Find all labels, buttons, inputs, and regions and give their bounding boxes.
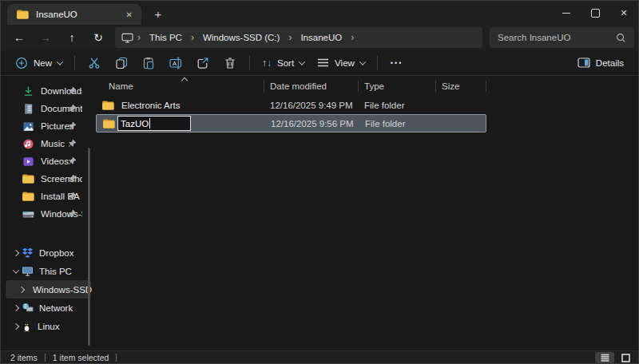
paste-button[interactable] (135, 53, 162, 73)
network-icon (22, 303, 34, 313)
sidebar-item-downloads[interactable]: Downloads (1, 82, 96, 100)
sort-button[interactable]: ↑↓ Sort (256, 53, 311, 73)
status-bar: 2 items 1 item selected (1, 350, 638, 363)
pin-icon[interactable] (68, 121, 77, 130)
more-options-button[interactable]: ••• (383, 55, 410, 71)
drive-icon (22, 209, 34, 220)
column-divider[interactable] (358, 81, 359, 92)
pin-icon[interactable] (68, 209, 77, 218)
rename-button[interactable]: A (162, 53, 189, 73)
column-divider[interactable] (264, 81, 264, 92)
rename-icon: A (169, 57, 182, 69)
large-icons-view-button[interactable] (616, 352, 635, 363)
downloads-icon (22, 85, 34, 97)
pin-icon[interactable] (68, 104, 77, 113)
selection-count: 1 item selected (53, 353, 109, 362)
dropbox-icon (22, 247, 34, 258)
breadcrumb-windows-ssd[interactable]: Windows-SSD (C:) (198, 31, 284, 44)
sidebar-item-videos[interactable]: Videos (1, 152, 96, 170)
back-button[interactable]: ← (9, 27, 30, 48)
pictures-icon (22, 121, 34, 133)
command-toolbar: New A (1, 50, 638, 76)
sidebar-item-this-pc[interactable]: This PC (6, 262, 91, 280)
status-divider (45, 354, 46, 362)
sidebar-item-music[interactable]: Music (1, 135, 96, 152)
breadcrumb-insaneuo[interactable]: InsaneUO (296, 31, 347, 44)
chevron-right-icon[interactable] (13, 304, 19, 311)
column-header-type[interactable]: Type (358, 81, 435, 91)
sidebar-item-documents[interactable]: Documents (1, 100, 96, 117)
music-icon (22, 138, 34, 150)
search-placeholder: Search InsaneUO (498, 33, 570, 42)
rename-text: TazUO (121, 119, 149, 129)
column-divider[interactable] (435, 81, 436, 92)
breadcrumb-this-pc[interactable]: This PC (145, 31, 187, 44)
file-row-tazuo[interactable]: TazUO 12/16/2025 9:56 PM File folder (96, 114, 486, 133)
pin-icon[interactable] (68, 156, 77, 165)
file-explorer-window: InsaneUO ✕ + ✕ ← → ↑ ↻ › This PC › Windo… (0, 0, 639, 364)
chevron-right-icon[interactable] (13, 249, 19, 255)
sidebar-item-network[interactable]: Network (6, 299, 91, 317)
column-header-date-modified[interactable]: Date modified (264, 81, 358, 91)
up-button[interactable]: ↑ (62, 27, 82, 48)
toolbar-divider (377, 56, 378, 70)
details-pane-button[interactable]: Details (571, 53, 630, 73)
explorer-tab[interactable]: InsaneUO ✕ (7, 4, 141, 25)
navigation-pane: Downloads Documents (1, 76, 96, 350)
pin-icon[interactable] (68, 174, 77, 183)
cut-button[interactable] (81, 53, 108, 73)
column-divider[interactable] (486, 81, 486, 92)
share-button[interactable] (189, 53, 216, 73)
search-icon (616, 33, 626, 43)
sidebar-item-install-ea[interactable]: Install EA (1, 188, 96, 205)
sidebar-item-pictures[interactable]: Pictures (1, 117, 96, 135)
tab-close-icon[interactable]: ✕ (122, 9, 137, 21)
sidebar-item-windows-ssd-pinned[interactable]: Windows-SSI (1, 205, 96, 223)
column-header-name[interactable]: Name (96, 81, 264, 91)
copy-button[interactable] (108, 53, 135, 73)
details-view-button[interactable] (595, 352, 614, 363)
address-bar[interactable]: › This PC › Windows-SSD (C:) › InsaneUO … (115, 27, 482, 48)
ellipsis-icon: ••• (391, 59, 403, 67)
view-list-icon (317, 57, 329, 68)
breadcrumb-separator: › (133, 32, 145, 43)
text-cursor (149, 118, 150, 129)
sidebar-scrollbar[interactable] (88, 148, 90, 346)
chevron-down-icon[interactable] (13, 267, 19, 273)
breadcrumb-separator: › (187, 32, 198, 43)
forward-button[interactable]: → (35, 27, 56, 48)
sidebar-item-dropbox[interactable]: Dropbox (6, 243, 91, 262)
delete-button[interactable] (216, 53, 244, 73)
file-date-cell: 12/16/2025 9:49 PM (264, 101, 358, 110)
main-area: Downloads Documents (1, 76, 638, 350)
pin-icon[interactable] (68, 192, 77, 200)
sidebar-item-windows-ssd[interactable]: Windows-SSD (6, 280, 91, 299)
view-button[interactable]: View (311, 53, 371, 72)
pin-icon[interactable] (68, 139, 77, 148)
svg-text:A: A (173, 60, 177, 67)
refresh-button[interactable]: ↻ (88, 27, 109, 48)
chevron-right-icon[interactable] (18, 286, 25, 292)
details-pane-icon (577, 57, 590, 69)
sidebar-item-linux[interactable]: Linux (6, 317, 91, 335)
file-row-electronic-arts[interactable]: Electronic Arts 12/16/2025 9:49 PM File … (96, 96, 486, 114)
minimize-button[interactable] (552, 1, 581, 25)
sidebar-item-screenshots[interactable]: Screenshots (1, 170, 96, 188)
new-button[interactable]: New (9, 53, 69, 73)
pin-icon[interactable] (68, 86, 77, 95)
chevron-right-icon[interactable] (13, 322, 19, 329)
file-name-cell: Electronic Arts (96, 101, 264, 110)
chevron-down-icon (57, 58, 63, 65)
view-label: View (335, 58, 355, 68)
new-tab-button[interactable]: + (149, 5, 167, 22)
search-input[interactable]: Search InsaneUO (490, 27, 634, 48)
breadcrumb-separator: › (284, 32, 296, 43)
view-toggles (593, 351, 635, 364)
file-type-cell: File folder (358, 101, 435, 110)
paste-icon (142, 57, 155, 69)
file-date-cell: 12/16/2025 9:56 PM (264, 119, 359, 129)
maximize-button[interactable] (581, 1, 609, 25)
rename-input[interactable]: TazUO (117, 116, 191, 131)
column-header-size[interactable]: Size (435, 81, 486, 91)
close-button[interactable]: ✕ (609, 1, 638, 25)
